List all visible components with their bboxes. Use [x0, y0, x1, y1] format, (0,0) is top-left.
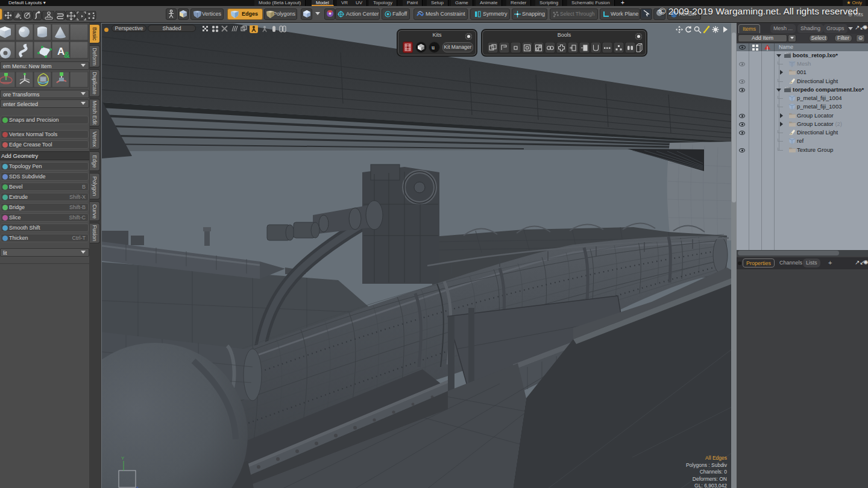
svg-text:u: u	[432, 44, 435, 51]
svg-text:&: &	[64, 50, 70, 60]
svg-text:Z: Z	[136, 486, 139, 488]
svg-text:Y: Y	[121, 455, 125, 461]
